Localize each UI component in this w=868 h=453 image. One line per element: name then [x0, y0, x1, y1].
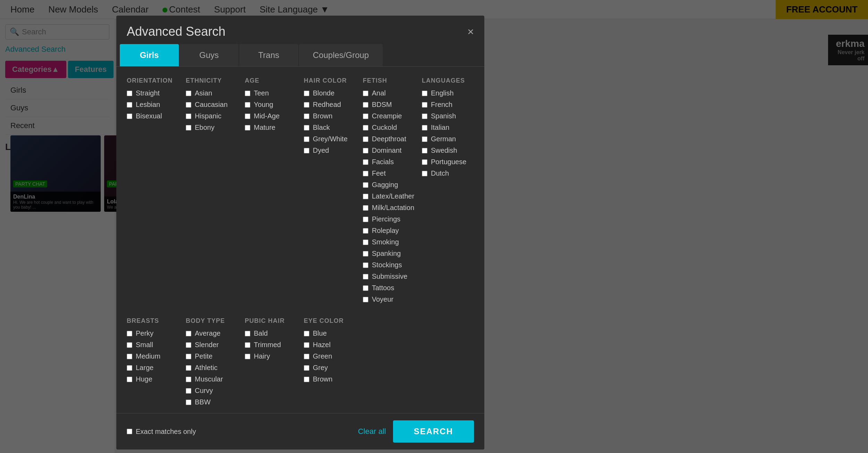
checkbox-french[interactable]	[422, 102, 427, 108]
filter-option-swedish[interactable]: Swedish	[422, 146, 474, 154]
checkbox-muscular[interactable]	[186, 377, 191, 382]
checkbox-petite[interactable]	[186, 354, 191, 359]
filter-option-average[interactable]: Average	[186, 329, 238, 337]
filter-option-black[interactable]: Black	[304, 124, 356, 132]
filter-option-straight[interactable]: Straight	[127, 89, 179, 97]
filter-option-facials[interactable]: Facials	[363, 158, 415, 166]
checkbox-bdsm[interactable]	[363, 102, 368, 108]
filter-option-slender[interactable]: Slender	[186, 341, 238, 349]
filter-option-smoking[interactable]: Smoking	[363, 238, 415, 246]
checkbox-piercings[interactable]	[363, 217, 368, 222]
filter-option-piercings[interactable]: Piercings	[363, 215, 415, 223]
checkbox-young[interactable]	[245, 102, 250, 108]
filter-option-bdsm[interactable]: BDSM	[363, 101, 415, 109]
checkbox-brown[interactable]	[304, 114, 309, 119]
checkbox-german[interactable]	[422, 136, 427, 142]
tab-guys[interactable]: Guys	[180, 44, 239, 66]
checkbox-stockings[interactable]	[363, 262, 368, 268]
checkbox-english[interactable]	[422, 91, 427, 96]
checkbox-slender[interactable]	[186, 342, 191, 348]
checkbox-caucasian[interactable]	[186, 102, 191, 108]
checkbox-green[interactable]	[304, 354, 309, 359]
checkbox-feet[interactable]	[363, 171, 368, 176]
filter-option-deepthroat[interactable]: Deepthroat	[363, 135, 415, 143]
search-button[interactable]: SEARCH	[393, 420, 474, 443]
checkbox-hairy[interactable]	[245, 354, 250, 359]
checkbox-curvy[interactable]	[186, 388, 191, 394]
checkbox-dutch[interactable]	[422, 171, 427, 176]
checkbox-grey[interactable]	[304, 365, 309, 371]
filter-option-asian[interactable]: Asian	[186, 89, 238, 97]
checkbox-smoking[interactable]	[363, 240, 368, 245]
filter-option-dutch[interactable]: Dutch	[422, 169, 474, 177]
checkbox-trimmed[interactable]	[245, 342, 250, 348]
filter-option-blue[interactable]: Blue	[304, 329, 356, 337]
checkbox-submissive[interactable]	[363, 274, 368, 279]
checkbox-tattoos[interactable]	[363, 285, 368, 291]
checkbox-bisexual[interactable]	[127, 114, 132, 119]
filter-option-young[interactable]: Young	[245, 101, 297, 109]
checkbox-blue[interactable]	[304, 331, 309, 336]
filter-option-large[interactable]: Large	[127, 364, 179, 372]
tab-couples[interactable]: Couples/Group	[299, 44, 383, 66]
exact-match-option[interactable]: Exact matches only	[127, 428, 196, 436]
tab-girls[interactable]: Girls	[120, 44, 179, 66]
checkbox-redhead[interactable]	[304, 102, 309, 108]
checkbox-perky[interactable]	[127, 331, 132, 336]
filter-option-hairy[interactable]: Hairy	[245, 352, 297, 360]
filter-option-athletic[interactable]: Athletic	[186, 364, 238, 372]
checkbox-average[interactable]	[186, 331, 191, 336]
filter-option-dyed[interactable]: Dyed	[304, 146, 356, 154]
filter-option-french[interactable]: French	[422, 101, 474, 109]
filter-option-roleplay[interactable]: Roleplay	[363, 227, 415, 235]
checkbox-athletic[interactable]	[186, 365, 191, 371]
filter-option-latex[interactable]: Latex/Leather	[363, 192, 415, 200]
checkbox-asian[interactable]	[186, 91, 191, 96]
filter-option-lesbian[interactable]: Lesbian	[127, 101, 179, 109]
modal-close-button[interactable]: ×	[467, 25, 474, 38]
checkbox-portuguese[interactable]	[422, 159, 427, 165]
checkbox-roleplay[interactable]	[363, 228, 368, 234]
filter-option-brown[interactable]: Brown	[304, 112, 356, 120]
filter-option-muscular[interactable]: Muscular	[186, 375, 238, 383]
checkbox-latex[interactable]	[363, 194, 368, 199]
checkbox-swedish[interactable]	[422, 148, 427, 153]
checkbox-italian[interactable]	[422, 125, 427, 131]
checkbox-creampie[interactable]	[363, 114, 368, 119]
filter-option-blonde[interactable]: Blonde	[304, 89, 356, 97]
filter-option-spanish[interactable]: Spanish	[422, 112, 474, 120]
checkbox-hazel[interactable]	[304, 342, 309, 348]
filter-option-hazel[interactable]: Hazel	[304, 341, 356, 349]
checkbox-lesbian[interactable]	[127, 102, 132, 108]
filter-option-grey-white[interactable]: Grey/White	[304, 135, 356, 143]
checkbox-milk[interactable]	[363, 205, 368, 211]
filter-option-stockings[interactable]: Stockings	[363, 261, 415, 269]
filter-option-submissive[interactable]: Submissive	[363, 272, 415, 280]
checkbox-facials[interactable]	[363, 159, 368, 165]
checkbox-spanking[interactable]	[363, 251, 368, 257]
filter-option-dominant[interactable]: Dominant	[363, 146, 415, 154]
checkbox-exact-match[interactable]	[127, 429, 132, 434]
checkbox-large[interactable]	[127, 365, 132, 371]
checkbox-grey-white[interactable]	[304, 136, 309, 142]
checkbox-teen[interactable]	[245, 91, 250, 96]
filter-option-spanking[interactable]: Spanking	[363, 250, 415, 258]
filter-option-tattoos[interactable]: Tattoos	[363, 284, 415, 292]
filter-option-medium[interactable]: Medium	[127, 352, 179, 360]
filter-option-caucasian[interactable]: Caucasian	[186, 101, 238, 109]
filter-option-curvy[interactable]: Curvy	[186, 387, 238, 395]
filter-option-bisexual[interactable]: Bisexual	[127, 112, 179, 120]
checkbox-mid-age[interactable]	[245, 114, 250, 119]
filter-option-brown-eye[interactable]: Brown	[304, 375, 356, 383]
filter-option-huge[interactable]: Huge	[127, 375, 179, 383]
checkbox-brown-eye[interactable]	[304, 377, 309, 382]
filter-option-german[interactable]: German	[422, 135, 474, 143]
filter-option-bbw[interactable]: BBW	[186, 398, 238, 406]
checkbox-gagging[interactable]	[363, 182, 368, 188]
clear-all-button[interactable]: Clear all	[358, 427, 386, 436]
filter-option-hispanic[interactable]: Hispanic	[186, 112, 238, 120]
filter-option-italian[interactable]: Italian	[422, 124, 474, 132]
filter-option-redhead[interactable]: Redhead	[304, 101, 356, 109]
checkbox-cuckold[interactable]	[363, 125, 368, 131]
filter-option-voyeur[interactable]: Voyeur	[363, 295, 415, 303]
